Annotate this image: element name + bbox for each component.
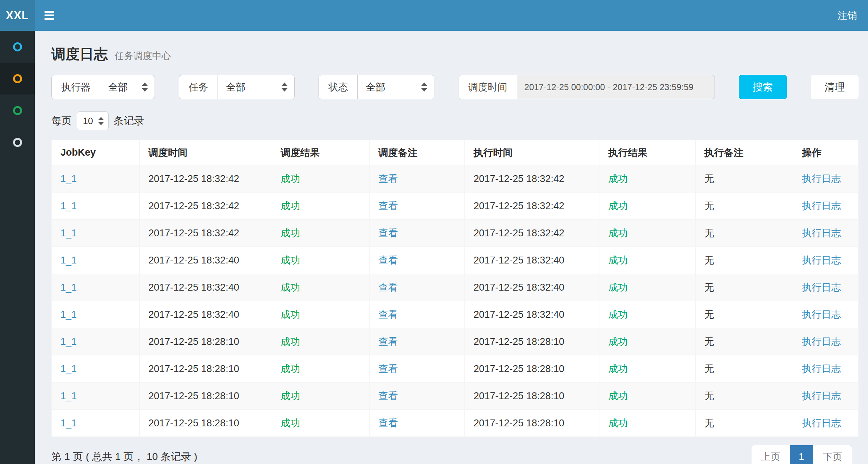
jobkey-link[interactable]: 1_1 — [60, 255, 77, 266]
trigger-time-cell: 2017-12-25 18:28:10 — [139, 328, 272, 355]
sidebar-item-4[interactable] — [0, 126, 35, 158]
jobkey-link-cell: 1_1 — [52, 410, 140, 437]
jobkey-link[interactable]: 1_1 — [60, 336, 77, 347]
jobkey-link-cell: 1_1 — [52, 247, 140, 274]
trigger-result-cell: 成功 — [272, 165, 370, 193]
sidebar-toggle-button[interactable] — [35, 0, 64, 31]
trigger-remark-link-cell: 查看 — [370, 274, 465, 301]
table-row: 1_12017-12-25 18:32:40成功查看2017-12-25 18:… — [52, 301, 859, 328]
page-subtitle: 任务调度中心 — [114, 50, 171, 61]
exec-log-link[interactable]: 执行日志 — [802, 418, 841, 429]
clear-button[interactable]: 清理 — [811, 75, 859, 99]
jobkey-link[interactable]: 1_1 — [60, 363, 77, 374]
jobkey-link[interactable]: 1_1 — [60, 173, 77, 184]
select-arrows-icon — [281, 83, 288, 92]
jobkey-link[interactable]: 1_1 — [60, 228, 77, 239]
prev-page-button[interactable]: 上页 — [751, 445, 790, 464]
sidebar-item-2[interactable] — [0, 63, 35, 94]
trigger-remark-link[interactable]: 查看 — [378, 336, 398, 347]
trigger-result-cell: 成功 — [272, 328, 370, 355]
search-button[interactable]: 搜索 — [739, 75, 787, 99]
trigger-remark-link[interactable]: 查看 — [378, 255, 398, 266]
table-row: 1_12017-12-25 18:32:42成功查看2017-12-25 18:… — [52, 220, 859, 247]
job-filter-label: 任务 — [179, 75, 218, 99]
exec-log-link-cell: 执行日志 — [793, 410, 859, 437]
handle-result-cell: 成功 — [599, 274, 695, 301]
trigger-time-cell: 2017-12-25 18:28:10 — [139, 355, 272, 383]
exec-log-link[interactable]: 执行日志 — [802, 201, 841, 211]
jobkey-link[interactable]: 1_1 — [60, 418, 77, 429]
exec-log-link[interactable]: 执行日志 — [802, 391, 841, 401]
trigger-remark-link-cell: 查看 — [370, 301, 465, 328]
page-size-select[interactable]: 10 — [77, 111, 109, 130]
trigger-remark-link[interactable]: 查看 — [378, 282, 398, 293]
trigger-time-cell: 2017-12-25 18:28:10 — [139, 383, 272, 410]
top-navbar: XXL 注销 — [0, 0, 868, 31]
exec-log-link-cell: 执行日志 — [793, 220, 859, 247]
jobkey-link[interactable]: 1_1 — [60, 391, 77, 401]
trigger-remark-link[interactable]: 查看 — [378, 391, 398, 401]
jobkey-link-cell: 1_1 — [52, 328, 140, 355]
exec-log-link[interactable]: 执行日志 — [802, 255, 841, 266]
exec-log-link[interactable]: 执行日志 — [802, 228, 841, 239]
hamburger-icon — [45, 11, 54, 13]
trigger-result-cell: 成功 — [272, 301, 370, 328]
select-arrows-icon — [421, 83, 427, 92]
trigger-time-cell: 2017-12-25 18:32:40 — [139, 301, 272, 328]
handle-result-cell: 成功 — [599, 355, 695, 383]
handle-result-cell: 成功 — [599, 247, 695, 274]
trigger-remark-link-cell: 查看 — [370, 410, 465, 437]
exec-log-link-cell: 执行日志 — [793, 355, 859, 383]
trigger-remark-link[interactable]: 查看 — [378, 228, 398, 239]
exec-log-link-cell: 执行日志 — [793, 247, 859, 274]
exec-log-link-cell: 执行日志 — [793, 193, 859, 220]
trigger-remark-link[interactable]: 查看 — [378, 418, 398, 429]
trigger-time-range-input[interactable]: 2017-12-25 00:00:00 - 2017-12-25 23:59:5… — [517, 75, 715, 99]
trigger-remark-link-cell: 查看 — [370, 193, 465, 220]
handle-result-cell: 成功 — [599, 165, 695, 193]
status-filter-group: 状态 全部 — [319, 75, 434, 99]
trigger-result-cell: 成功 — [272, 274, 370, 301]
table-header: JobKey 调度时间 调度结果 调度备注 执行时间 执行结果 执行备注 操作 — [52, 140, 859, 165]
exec-log-link[interactable]: 执行日志 — [802, 363, 841, 374]
hamburger-icon — [45, 14, 54, 16]
next-page-button[interactable]: 下页 — [813, 445, 852, 464]
trigger-remark-link[interactable]: 查看 — [378, 201, 398, 211]
trigger-remark-link-cell: 查看 — [370, 355, 465, 383]
exec-log-link[interactable]: 执行日志 — [802, 173, 841, 184]
trigger-remark-link-cell: 查看 — [370, 383, 465, 410]
circle-icon — [13, 138, 22, 147]
select-arrows-icon — [142, 83, 148, 92]
status-select[interactable]: 全部 — [357, 75, 434, 99]
main-content: 调度日志 任务调度中心 执行器 全部 任务 全部 状态 全部 调度时 — [35, 31, 868, 464]
handle-remark-cell: 无 — [695, 274, 793, 301]
jobkey-link[interactable]: 1_1 — [60, 309, 77, 320]
handle-time-cell: 2017-12-25 18:28:10 — [465, 383, 599, 410]
exec-log-link[interactable]: 执行日志 — [802, 282, 841, 293]
exec-log-link-cell: 执行日志 — [793, 383, 859, 410]
current-page-button[interactable]: 1 — [790, 445, 813, 464]
exec-log-link-cell: 执行日志 — [793, 328, 859, 355]
jobkey-link[interactable]: 1_1 — [60, 201, 77, 211]
trigger-remark-link[interactable]: 查看 — [378, 363, 398, 374]
sidebar-item-1[interactable] — [0, 31, 35, 63]
executor-select[interactable]: 全部 — [100, 75, 155, 99]
app-logo[interactable]: XXL — [0, 0, 35, 31]
table-row: 1_12017-12-25 18:28:10成功查看2017-12-25 18:… — [52, 355, 859, 383]
sidebar-item-3[interactable] — [0, 94, 35, 126]
logout-link[interactable]: 注销 — [827, 0, 868, 31]
handle-remark-cell: 无 — [695, 410, 793, 437]
trigger-remark-link[interactable]: 查看 — [378, 309, 398, 320]
jobkey-link[interactable]: 1_1 — [60, 282, 77, 293]
handle-remark-cell: 无 — [695, 301, 793, 328]
jobkey-link-cell: 1_1 — [52, 220, 140, 247]
col-trigger-result: 调度结果 — [272, 140, 370, 165]
trigger-remark-link[interactable]: 查看 — [378, 173, 398, 184]
trigger-time-filter-group: 调度时间 2017-12-25 00:00:00 - 2017-12-25 23… — [459, 75, 715, 99]
job-select[interactable]: 全部 — [218, 75, 295, 99]
exec-log-link[interactable]: 执行日志 — [802, 336, 841, 347]
exec-log-link[interactable]: 执行日志 — [802, 309, 841, 320]
page-header: 调度日志 任务调度中心 — [51, 45, 859, 64]
page-size-row: 每页 10 条记录 — [51, 111, 859, 130]
handle-time-cell: 2017-12-25 18:28:10 — [465, 328, 599, 355]
